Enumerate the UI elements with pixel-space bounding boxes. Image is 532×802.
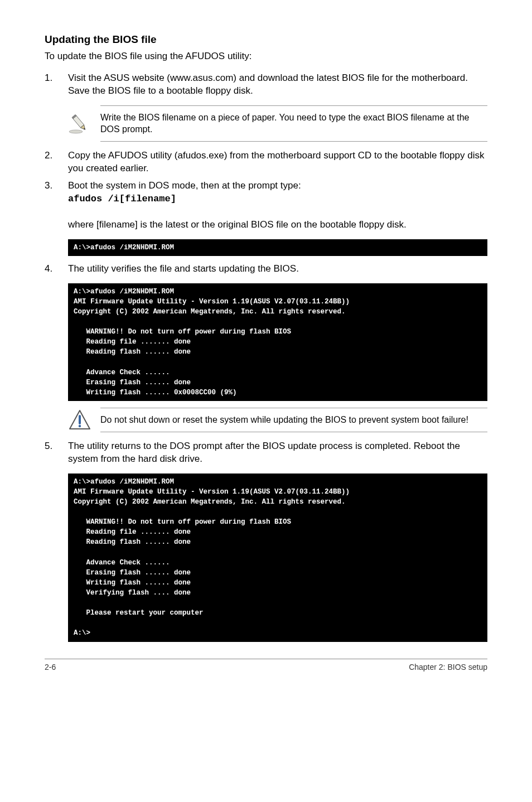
- command-text: afudos /i[filename]: [68, 194, 176, 204]
- step-list: 1. Visit the ASUS website (www.asus.com)…: [45, 72, 487, 98]
- step-list-4: 5. The utility returns to the DOS prompt…: [45, 440, 487, 466]
- step-3-line: Boot the system in DOS mode, then at the…: [68, 180, 301, 191]
- step-text: Visit the ASUS website (www.asus.com) an…: [68, 72, 487, 98]
- warning-callout: Do not shut down or reset the system whi…: [68, 408, 487, 432]
- step-number: 3.: [45, 180, 68, 231]
- warning-text: Do not shut down or reset the system whi…: [100, 408, 487, 432]
- svg-point-0: [69, 130, 83, 133]
- warning-icon: [68, 408, 100, 432]
- step-text: The utility verifies the file and starts…: [68, 263, 487, 276]
- note-callout: Write the BIOS filename on a piece of pa…: [68, 105, 487, 142]
- step-2: 2. Copy the AFUDOS utility (afudos.exe) …: [45, 149, 487, 175]
- step-list-2: 2. Copy the AFUDOS utility (afudos.exe) …: [45, 149, 487, 231]
- page-footer: 2-6 Chapter 2: BIOS setup: [45, 659, 487, 671]
- step-5: 5. The utility returns to the DOS prompt…: [45, 440, 487, 466]
- step-text: Copy the AFUDOS utility (afudos.exe) fro…: [68, 149, 487, 175]
- svg-point-7: [79, 425, 81, 427]
- step-text: Boot the system in DOS mode, then at the…: [68, 180, 487, 231]
- terminal-output-1: A:\>afudos /iM2NHDMI.ROM: [68, 239, 487, 256]
- page-content: Updating the BIOS file To update the BIO…: [0, 0, 532, 683]
- footer-page-number: 2-6: [45, 663, 56, 671]
- step-number: 2.: [45, 149, 68, 175]
- terminal-output-3: A:\>afudos /iM2NHDMI.ROM AMI Firmware Up…: [68, 474, 487, 642]
- step-number: 1.: [45, 72, 68, 98]
- pencil-icon: [68, 112, 100, 135]
- intro-text: To update the BIOS file using the AFUDOS…: [45, 50, 487, 63]
- step-3-after: where [filename] is the latest or the or…: [68, 219, 407, 230]
- section-heading: Updating the BIOS file: [45, 33, 487, 46]
- footer-chapter: Chapter 2: BIOS setup: [409, 663, 487, 671]
- step-4: 4. The utility verifies the file and sta…: [45, 263, 487, 276]
- terminal-output-2: A:\>afudos /iM2NHDMI.ROM AMI Firmware Up…: [68, 283, 487, 401]
- step-number: 5.: [45, 440, 68, 466]
- step-list-3: 4. The utility verifies the file and sta…: [45, 263, 487, 276]
- note-text: Write the BIOS filename on a piece of pa…: [100, 105, 487, 142]
- step-1: 1. Visit the ASUS website (www.asus.com)…: [45, 72, 487, 98]
- step-text: The utility returns to the DOS prompt af…: [68, 440, 487, 466]
- step-number: 4.: [45, 263, 68, 276]
- step-3: 3. Boot the system in DOS mode, then at …: [45, 180, 487, 231]
